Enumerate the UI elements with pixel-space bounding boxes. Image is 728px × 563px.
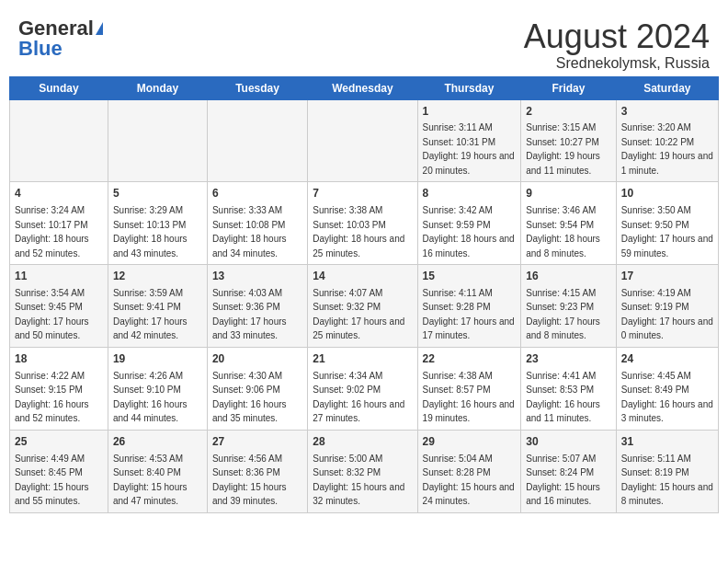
day-number: 6 xyxy=(212,186,302,201)
day-info: Sunrise: 4:30 AM Sunset: 9:06 PM Dayligh… xyxy=(212,371,287,424)
day-info: Sunrise: 4:45 AM Sunset: 8:49 PM Dayligh… xyxy=(621,371,713,424)
calendar-day-cell: 15Sunrise: 4:11 AM Sunset: 9:28 PM Dayli… xyxy=(417,265,521,348)
calendar-day-cell: 24Sunrise: 4:45 AM Sunset: 8:49 PM Dayli… xyxy=(616,347,718,430)
day-info: Sunrise: 4:41 AM Sunset: 8:53 PM Dayligh… xyxy=(526,371,600,424)
logo-triangle-icon xyxy=(96,22,103,35)
day-info: Sunrise: 3:42 AM Sunset: 9:59 PM Dayligh… xyxy=(423,205,515,259)
day-number: 24 xyxy=(621,351,713,367)
calendar-table: SundayMondayTuesdayWednesdayThursdayFrid… xyxy=(9,76,719,513)
calendar-day-cell: 21Sunrise: 4:34 AM Sunset: 9:02 PM Dayli… xyxy=(308,347,417,430)
calendar-day-cell: 17Sunrise: 4:19 AM Sunset: 9:19 PM Dayli… xyxy=(616,265,718,348)
day-number: 8 xyxy=(423,186,517,201)
weekday-header: Wednesday xyxy=(308,76,417,99)
page-header: General Blue August 2024 Srednekolymsk, … xyxy=(9,9,719,76)
calendar-day-cell: 28Sunrise: 5:00 AM Sunset: 8:32 PM Dayli… xyxy=(308,430,417,512)
day-number: 22 xyxy=(423,351,517,367)
calendar-day-cell: 31Sunrise: 5:11 AM Sunset: 8:19 PM Dayli… xyxy=(616,430,718,512)
calendar-day-cell: 19Sunrise: 4:26 AM Sunset: 9:10 PM Dayli… xyxy=(108,347,207,430)
day-info: Sunrise: 5:07 AM Sunset: 8:24 PM Dayligh… xyxy=(526,454,600,507)
weekday-header: Friday xyxy=(521,76,616,99)
day-number: 17 xyxy=(621,269,713,284)
calendar-day-cell: 18Sunrise: 4:22 AM Sunset: 9:15 PM Dayli… xyxy=(10,347,108,430)
calendar-day-cell xyxy=(308,99,417,182)
day-number: 9 xyxy=(526,186,610,201)
day-info: Sunrise: 4:03 AM Sunset: 9:36 PM Dayligh… xyxy=(212,288,287,341)
calendar-week-row: 1Sunrise: 3:11 AM Sunset: 10:31 PM Dayli… xyxy=(10,99,719,182)
day-info: Sunrise: 3:50 AM Sunset: 9:50 PM Dayligh… xyxy=(621,205,713,259)
logo-general-text: General xyxy=(18,18,94,39)
day-number: 11 xyxy=(15,269,103,284)
day-number: 23 xyxy=(526,351,610,367)
calendar-day-cell: 5Sunrise: 3:29 AM Sunset: 10:13 PM Dayli… xyxy=(108,182,207,265)
weekday-header-row: SundayMondayTuesdayWednesdayThursdayFrid… xyxy=(10,76,719,99)
weekday-header: Thursday xyxy=(417,76,521,99)
calendar-week-row: 25Sunrise: 4:49 AM Sunset: 8:45 PM Dayli… xyxy=(10,430,719,512)
day-info: Sunrise: 3:11 AM Sunset: 10:31 PM Daylig… xyxy=(423,122,515,176)
calendar-day-cell: 12Sunrise: 3:59 AM Sunset: 9:41 PM Dayli… xyxy=(108,265,207,348)
day-number: 4 xyxy=(15,186,103,201)
calendar-day-cell xyxy=(10,99,108,182)
day-number: 26 xyxy=(113,434,202,450)
calendar-day-cell: 13Sunrise: 4:03 AM Sunset: 9:36 PM Dayli… xyxy=(207,265,307,348)
calendar-day-cell: 6Sunrise: 3:33 AM Sunset: 10:08 PM Dayli… xyxy=(207,182,307,265)
calendar-day-cell: 3Sunrise: 3:20 AM Sunset: 10:22 PM Dayli… xyxy=(616,99,718,182)
day-number: 30 xyxy=(526,434,610,450)
day-info: Sunrise: 4:07 AM Sunset: 9:32 PM Dayligh… xyxy=(313,288,404,341)
day-info: Sunrise: 3:20 AM Sunset: 10:22 PM Daylig… xyxy=(621,122,713,176)
day-info: Sunrise: 3:33 AM Sunset: 10:08 PM Daylig… xyxy=(212,205,287,259)
calendar-day-cell: 23Sunrise: 4:41 AM Sunset: 8:53 PM Dayli… xyxy=(521,347,616,430)
day-info: Sunrise: 3:54 AM Sunset: 9:45 PM Dayligh… xyxy=(15,288,89,341)
day-info: Sunrise: 4:56 AM Sunset: 8:36 PM Dayligh… xyxy=(212,454,287,507)
calendar-day-cell: 8Sunrise: 3:42 AM Sunset: 9:59 PM Daylig… xyxy=(417,182,521,265)
calendar-day-cell xyxy=(108,99,207,182)
day-number: 3 xyxy=(621,104,713,120)
calendar-week-row: 11Sunrise: 3:54 AM Sunset: 9:45 PM Dayli… xyxy=(10,265,719,348)
day-number: 5 xyxy=(113,186,202,201)
day-number: 25 xyxy=(15,434,103,450)
day-info: Sunrise: 3:46 AM Sunset: 9:54 PM Dayligh… xyxy=(526,205,600,259)
day-number: 16 xyxy=(526,269,610,284)
calendar-day-cell: 9Sunrise: 3:46 AM Sunset: 9:54 PM Daylig… xyxy=(521,182,616,265)
day-number: 20 xyxy=(212,351,302,367)
logo: General Blue xyxy=(18,18,103,59)
weekday-header: Monday xyxy=(108,76,207,99)
day-number: 10 xyxy=(621,186,713,201)
day-info: Sunrise: 5:11 AM Sunset: 8:19 PM Dayligh… xyxy=(621,454,713,507)
day-info: Sunrise: 5:04 AM Sunset: 8:28 PM Dayligh… xyxy=(423,454,515,507)
day-number: 31 xyxy=(621,434,713,450)
day-info: Sunrise: 3:15 AM Sunset: 10:27 PM Daylig… xyxy=(526,122,600,176)
day-info: Sunrise: 4:11 AM Sunset: 9:28 PM Dayligh… xyxy=(423,288,515,341)
weekday-header: Saturday xyxy=(616,76,718,99)
calendar-title: August 2024 xyxy=(524,18,710,55)
day-info: Sunrise: 3:29 AM Sunset: 10:13 PM Daylig… xyxy=(113,205,188,259)
calendar-day-cell: 16Sunrise: 4:15 AM Sunset: 9:23 PM Dayli… xyxy=(521,265,616,348)
calendar-day-cell: 20Sunrise: 4:30 AM Sunset: 9:06 PM Dayli… xyxy=(207,347,307,430)
day-info: Sunrise: 4:15 AM Sunset: 9:23 PM Dayligh… xyxy=(526,288,600,341)
calendar-day-cell: 14Sunrise: 4:07 AM Sunset: 9:32 PM Dayli… xyxy=(308,265,417,348)
day-number: 15 xyxy=(423,269,517,284)
calendar-day-cell: 26Sunrise: 4:53 AM Sunset: 8:40 PM Dayli… xyxy=(108,430,207,512)
day-info: Sunrise: 4:22 AM Sunset: 9:15 PM Dayligh… xyxy=(15,371,89,424)
calendar-subtitle: Srednekolymsk, Russia xyxy=(524,55,710,72)
day-info: Sunrise: 4:49 AM Sunset: 8:45 PM Dayligh… xyxy=(15,454,89,507)
calendar-day-cell: 10Sunrise: 3:50 AM Sunset: 9:50 PM Dayli… xyxy=(616,182,718,265)
calendar-day-cell: 1Sunrise: 3:11 AM Sunset: 10:31 PM Dayli… xyxy=(417,99,521,182)
day-number: 18 xyxy=(15,351,103,367)
calendar-day-cell: 2Sunrise: 3:15 AM Sunset: 10:27 PM Dayli… xyxy=(521,99,616,182)
weekday-header: Tuesday xyxy=(207,76,307,99)
day-info: Sunrise: 5:00 AM Sunset: 8:32 PM Dayligh… xyxy=(313,454,404,507)
calendar-day-cell: 25Sunrise: 4:49 AM Sunset: 8:45 PM Dayli… xyxy=(10,430,108,512)
day-info: Sunrise: 3:38 AM Sunset: 10:03 PM Daylig… xyxy=(313,205,404,259)
day-info: Sunrise: 3:59 AM Sunset: 9:41 PM Dayligh… xyxy=(113,288,188,341)
logo-blue-text: Blue xyxy=(18,39,63,59)
day-info: Sunrise: 4:19 AM Sunset: 9:19 PM Dayligh… xyxy=(621,288,713,341)
day-info: Sunrise: 4:38 AM Sunset: 8:57 PM Dayligh… xyxy=(423,371,515,424)
calendar-day-cell: 30Sunrise: 5:07 AM Sunset: 8:24 PM Dayli… xyxy=(521,430,616,512)
day-info: Sunrise: 4:34 AM Sunset: 9:02 PM Dayligh… xyxy=(313,371,404,424)
day-number: 27 xyxy=(212,434,302,450)
calendar-day-cell: 29Sunrise: 5:04 AM Sunset: 8:28 PM Dayli… xyxy=(417,430,521,512)
calendar-day-cell: 27Sunrise: 4:56 AM Sunset: 8:36 PM Dayli… xyxy=(207,430,307,512)
day-info: Sunrise: 3:24 AM Sunset: 10:17 PM Daylig… xyxy=(15,205,89,259)
day-number: 1 xyxy=(423,104,517,120)
calendar-week-row: 18Sunrise: 4:22 AM Sunset: 9:15 PM Dayli… xyxy=(10,347,719,430)
